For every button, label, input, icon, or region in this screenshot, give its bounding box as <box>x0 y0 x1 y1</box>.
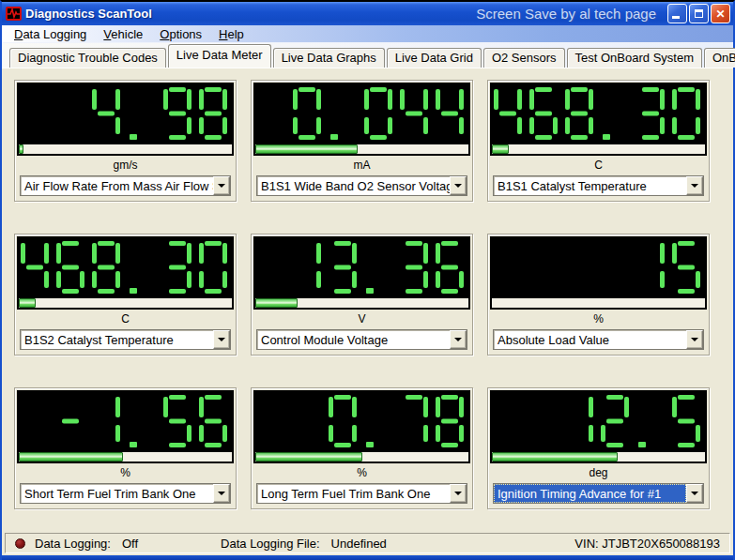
sensor-select[interactable]: Short Term Fuel Trim Bank One <box>20 483 231 504</box>
tab-live-data-meter[interactable]: Live Data Meter <box>168 44 271 68</box>
dropdown-button[interactable] <box>686 176 703 195</box>
progress-track <box>19 452 232 462</box>
lcd-decimal-point <box>601 87 629 140</box>
lcd-digit <box>56 241 84 294</box>
lcd-value <box>255 238 468 296</box>
tab-o2-sensors[interactable]: O2 Sensors <box>483 48 565 68</box>
chevron-down-icon <box>454 492 462 495</box>
tab-strip: Diagnostic Trouble CodesLive Data MeterL… <box>2 43 733 68</box>
tab-live-data-grid[interactable]: Live Data Grid <box>387 48 482 68</box>
unit-label: % <box>17 466 234 480</box>
lcd-digit <box>636 241 665 294</box>
menu-item-options[interactable]: Options <box>151 26 210 42</box>
window-title: Diagnostics ScanTool <box>25 7 152 21</box>
lcd-decimal-point <box>128 395 156 447</box>
sensor-select[interactable]: B1S2 Catalyst Temperature <box>20 329 231 350</box>
dropdown-button[interactable] <box>213 484 230 503</box>
progress-fill <box>19 452 123 462</box>
minimize-button[interactable] <box>667 4 687 23</box>
dropdown-button[interactable] <box>686 330 703 349</box>
dropdown-button[interactable] <box>213 330 230 349</box>
logging-file-value: Undefined <box>331 537 387 551</box>
chevron-down-icon <box>691 338 698 341</box>
logging-file-label: Data Logging File: <box>221 537 320 551</box>
tab-test-onboard-system[interactable]: Test OnBoard System <box>567 48 702 68</box>
lcd-decimal-point <box>128 87 156 140</box>
lcd-value <box>492 238 705 296</box>
progress-track <box>492 144 705 154</box>
chevron-down-icon <box>454 338 462 341</box>
unit-label: % <box>253 466 470 480</box>
lcd-display <box>490 83 707 156</box>
chevron-down-icon <box>218 492 225 495</box>
lcd-value <box>255 84 468 143</box>
menu-item-data-logging[interactable]: Data Logging <box>6 26 95 42</box>
sensor-select[interactable]: Absolute Load Value <box>493 329 704 350</box>
unit-label: V <box>253 312 470 326</box>
sensor-select-value: Short Term Fuel Trim Bank One <box>21 484 213 503</box>
sensor-select-value: Air Flow Rate From Mass Air Flow Sensor <box>21 176 213 195</box>
lcd-decimal-point <box>636 395 665 447</box>
unit-label: gm/s <box>17 159 234 173</box>
lcd-display <box>253 236 470 310</box>
dropdown-button[interactable] <box>450 176 467 195</box>
dropdown-button[interactable] <box>686 484 703 503</box>
dropdown-button[interactable] <box>450 484 467 503</box>
progress-fill <box>492 144 509 154</box>
title-bar: Diagnostics ScanTool Screen Save by al t… <box>2 2 733 25</box>
sensor-select[interactable]: B1S1 Catalyst Temperature <box>493 175 704 196</box>
lcd-decimal-point <box>329 87 357 140</box>
sensor-select[interactable]: B1S1 Wide Band O2 Sensor Voltage <box>256 175 467 196</box>
lcd-digit <box>672 87 700 140</box>
dropdown-button[interactable] <box>213 176 230 195</box>
meter-panel-8: % Long Term Fuel Trim Bank One <box>251 387 473 509</box>
lcd-value <box>19 392 232 450</box>
record-led-icon <box>15 538 25 549</box>
meter-panel-7: % Short Term Fuel Trim Bank One <box>14 387 237 509</box>
lcd-digit <box>92 395 120 447</box>
lcd-display <box>490 390 707 463</box>
tab-diagnostic-trouble-codes[interactable]: Diagnostic Trouble Codes <box>9 48 166 68</box>
lcd-digit <box>436 87 464 140</box>
progress-track <box>255 452 468 462</box>
lcd-digit <box>565 87 593 140</box>
lcd-digit <box>163 87 191 140</box>
lcd-digit <box>199 241 227 294</box>
menu-item-vehicle[interactable]: Vehicle <box>95 26 151 42</box>
sensor-select[interactable]: Control Module Voltage <box>256 329 467 350</box>
lcd-display <box>490 236 707 310</box>
close-button[interactable]: ✕ <box>711 4 730 23</box>
lcd-digit <box>400 87 428 140</box>
heartbeat-pulse-icon <box>6 7 22 21</box>
lcd-digit <box>92 241 120 294</box>
unit-label: mA <box>253 159 470 173</box>
lcd-digit <box>329 241 357 294</box>
lcd-value <box>492 392 705 450</box>
unit-label: % <box>490 312 707 326</box>
sensor-select[interactable]: Long Term Fuel Trim Bank One <box>256 483 467 504</box>
progress-track <box>255 298 468 308</box>
dropdown-button[interactable] <box>450 330 467 349</box>
unit-label: C <box>490 159 707 173</box>
menu-bar: Data LoggingVehicleOptionsHelp <box>2 25 733 43</box>
menu-item-help[interactable]: Help <box>210 26 253 42</box>
sensor-select[interactable]: Air Flow Rate From Mass Air Flow Sensor <box>20 175 231 196</box>
status-bar: Data Logging: Off Data Logging File: Und… <box>2 531 733 555</box>
maximize-button[interactable] <box>689 4 709 23</box>
progress-track <box>19 144 232 154</box>
lcd-digit <box>293 87 321 140</box>
tab-onboard-test-results[interactable]: OnBoard Test Results <box>704 48 735 68</box>
meter-panel-3: C B1S1 Catalyst Temperature <box>487 80 710 202</box>
lcd-display <box>253 390 470 463</box>
progress-fill <box>255 144 358 154</box>
progress-track <box>255 144 468 154</box>
progress-track <box>492 452 705 462</box>
lcd-value <box>492 84 705 143</box>
sensor-select[interactable]: Ignition Timing Advance for #1 <box>493 483 704 504</box>
lcd-digit <box>400 241 428 294</box>
lcd-digit <box>21 241 49 294</box>
close-icon: ✕ <box>715 8 725 20</box>
tab-live-data-graphs[interactable]: Live Data Graphs <box>273 48 385 68</box>
lcd-digit <box>436 241 464 294</box>
progress-fill <box>19 144 23 154</box>
